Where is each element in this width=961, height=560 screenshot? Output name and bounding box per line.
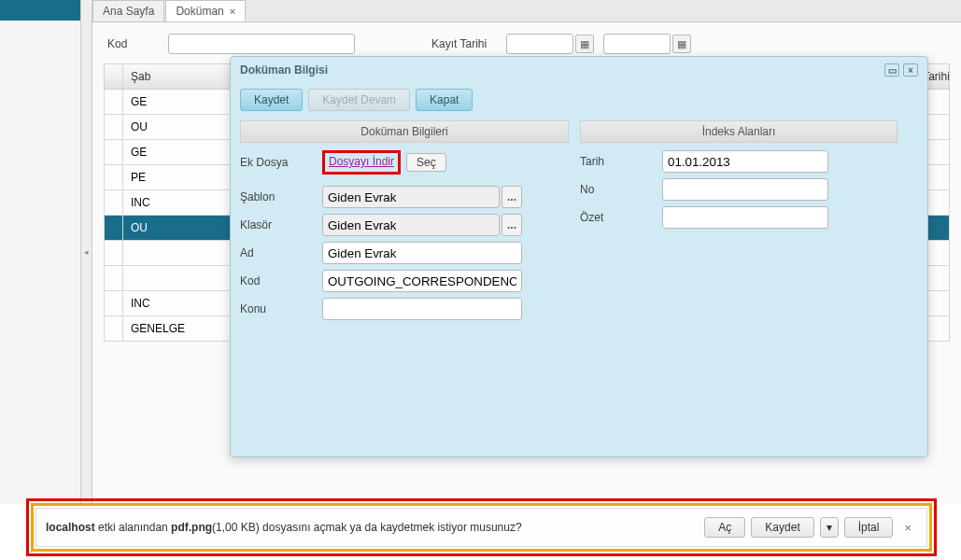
maximize-icon[interactable]: ▭ — [884, 63, 899, 77]
dialog-toolbar: Kaydet Kaydet Devam Kapat — [231, 83, 927, 120]
download-file-link[interactable]: Dosyayı İndir — [329, 155, 394, 168]
download-message: localhost etki alanından pdf.png(1,00 KB… — [46, 521, 699, 534]
filter-kayit-label: Kayıt Tarihi — [431, 37, 497, 50]
tab-document[interactable]: Doküman × — [165, 0, 246, 21]
sablon-field — [322, 186, 500, 208]
dialog-title: Doküman Bilgisi — [240, 63, 328, 77]
dialog-body: Doküman Bilgileri Ek Dosya Dosyayı İndir… — [231, 120, 927, 326]
calendar-icon[interactable]: ▦ — [575, 35, 594, 53]
dialog-header[interactable]: Doküman Bilgisi ▭ × — [231, 57, 927, 83]
filter-kod-label: Kod — [107, 37, 159, 50]
file-label: Ek Dosya — [240, 156, 322, 169]
sidebar-collapsed — [0, 0, 81, 21]
download-highlight: Dosyayı İndir — [322, 150, 401, 175]
cell — [105, 266, 123, 290]
tarih-field[interactable] — [662, 150, 828, 173]
klasor-field — [322, 214, 500, 236]
filter-date-to[interactable] — [603, 34, 671, 54]
cell — [105, 165, 123, 189]
section-document-info: Doküman Bilgileri — [240, 120, 569, 143]
filter-kod-input[interactable] — [168, 34, 355, 54]
ad-field[interactable] — [322, 242, 522, 264]
tabs-strip: Ana Sayfa Doküman × — [92, 0, 961, 22]
no-field[interactable] — [662, 178, 828, 201]
close-icon[interactable]: × — [898, 521, 917, 535]
cell — [105, 140, 123, 164]
section-index-fields: İndeks Alanları — [580, 120, 897, 143]
tarih-label: Tarih — [580, 155, 662, 168]
filter-date-from[interactable] — [506, 34, 573, 54]
open-button[interactable]: Aç — [704, 517, 745, 538]
klasor-picker-button[interactable]: ... — [502, 214, 522, 236]
close-icon[interactable]: × — [230, 6, 235, 17]
document-info-dialog: Doküman Bilgisi ▭ × Kaydet Kaydet Devam … — [230, 56, 928, 457]
konu-label: Konu — [240, 302, 322, 315]
cancel-button[interactable]: İptal — [844, 517, 894, 538]
tab-home-label: Ana Sayfa — [103, 5, 154, 18]
cell — [105, 216, 123, 240]
cell — [105, 241, 123, 265]
download-size: (1,00 KB) — [212, 521, 260, 534]
sablon-label: Şablon — [240, 190, 322, 203]
cell — [105, 115, 123, 139]
filter-bar: Kod Kayıt Tarihi ▦ ▦ — [92, 22, 961, 56]
konu-field[interactable] — [322, 298, 522, 320]
ozet-label: Özet — [580, 211, 662, 224]
tab-home[interactable]: Ana Sayfa — [92, 0, 164, 21]
save-dropdown-button[interactable]: ▾ — [820, 517, 839, 538]
cell — [105, 190, 123, 215]
save-continue-button: Kaydet Devam — [308, 89, 410, 111]
download-bar-highlight: localhost etki alanından pdf.png(1,00 KB… — [26, 498, 937, 556]
save-button[interactable]: Kaydet — [751, 517, 813, 538]
cell — [105, 316, 123, 341]
kod-field[interactable] — [322, 270, 522, 292]
kod-label: Kod — [240, 274, 322, 287]
download-notification-bar: localhost etki alanından pdf.png(1,00 KB… — [35, 508, 927, 547]
close-icon[interactable]: × — [903, 63, 918, 77]
cell — [105, 291, 123, 315]
save-button[interactable]: Kaydet — [240, 89, 303, 111]
header-select — [105, 64, 123, 89]
ozet-field[interactable] — [662, 206, 828, 229]
calendar-icon[interactable]: ▦ — [672, 35, 691, 53]
ad-label: Ad — [240, 246, 322, 259]
tab-document-label: Doküman — [176, 5, 223, 18]
klasor-label: Klasör — [240, 218, 322, 231]
sablon-picker-button[interactable]: ... — [502, 186, 522, 208]
download-filename: pdf.png — [171, 521, 212, 534]
no-label: No — [580, 183, 662, 196]
close-button[interactable]: Kapat — [416, 89, 473, 111]
download-host: localhost — [46, 521, 95, 534]
cell — [105, 90, 123, 114]
select-file-button[interactable]: Seç — [406, 153, 446, 172]
sidebar-expand-handle[interactable]: ◂ — [80, 0, 92, 504]
